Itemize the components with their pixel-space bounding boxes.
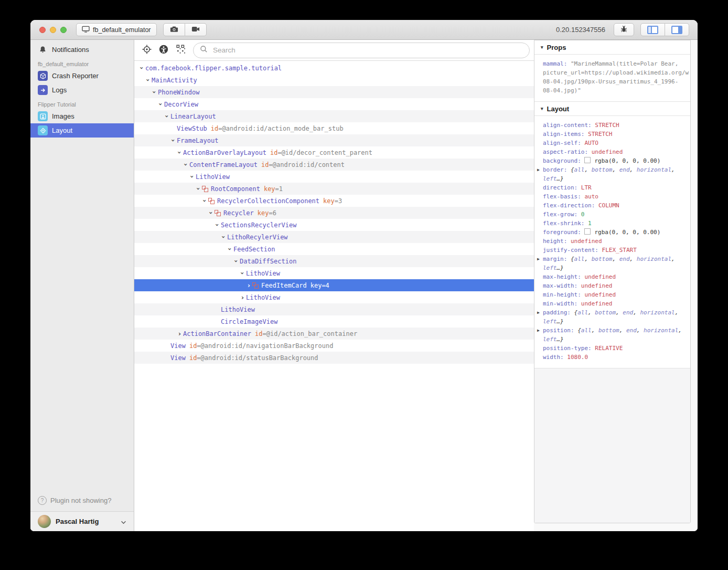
tree-row[interactable]: ›LinearLayout — [134, 110, 534, 122]
prop-row[interactable]: align-items: STRETCH — [534, 130, 690, 139]
prop-row[interactable]: direction: LTR — [534, 183, 690, 192]
prop-row[interactable]: flex-direction: COLUMN — [534, 201, 690, 210]
tree-chevron-icon[interactable]: › — [214, 221, 221, 228]
prop-value: { — [571, 256, 574, 262]
prop-row[interactable]: position-type: RELATIVE — [534, 344, 690, 353]
tree-row[interactable]: ViewStubid=@android:id/action_mode_bar_s… — [134, 122, 534, 134]
sidebar-item-layout[interactable]: Layout — [30, 123, 134, 138]
prop-row[interactable]: height: undefined — [534, 237, 690, 246]
tree-row[interactable]: Viewid=@android:id/statusBarBackground — [134, 352, 534, 364]
prop-object-field: left — [543, 175, 557, 182]
prop-row[interactable]: max-height: undefined — [534, 272, 690, 281]
tree-row[interactable]: ›RecyclerCollectionComponentkey=3 — [134, 195, 534, 207]
device-selector-button[interactable]: fb_default_emulator — [76, 23, 157, 36]
sidebar-item-notifications[interactable]: Notifications — [30, 43, 134, 57]
toggle-left-sidebar-button[interactable] — [640, 23, 665, 36]
tree-row[interactable]: ›LithoView — [134, 291, 534, 303]
tree-row[interactable]: ›Recyclerkey=6 — [134, 207, 534, 219]
prop-row[interactable]: ▶position: {all, bottom, end, horizontal… — [534, 326, 690, 344]
tree-chevron-icon[interactable]: › — [183, 161, 189, 168]
expand-all-button[interactable] — [173, 43, 188, 58]
tree-chevron-icon[interactable]: › — [233, 258, 240, 265]
tree-row[interactable]: ›ContentFrameLayoutid=@android:id/conten… — [134, 159, 534, 171]
tree-row[interactable]: ›com.facebook.flipper.sample.tutorial — [134, 62, 534, 74]
prop-row[interactable]: flex-shrink: 1 — [534, 219, 690, 228]
tree-row[interactable]: ›PhoneWindow — [134, 86, 534, 98]
target-mode-button[interactable] — [140, 43, 154, 58]
tree-row[interactable]: CircleImageView — [134, 315, 534, 328]
expand-object-icon[interactable]: ▶ — [537, 165, 540, 174]
tree-chevron-icon[interactable]: › — [170, 137, 177, 144]
zoom-window-button[interactable] — [60, 27, 67, 33]
prop-row[interactable]: ▶margin: {all, bottom, end, horizontal, … — [534, 255, 690, 272]
tree-row[interactable]: LithoView — [134, 303, 534, 315]
tree-row[interactable]: ›LithoRecylerView — [134, 231, 534, 243]
tree-chevron-icon[interactable]: › — [239, 294, 246, 301]
toggle-right-sidebar-button[interactable] — [665, 23, 689, 36]
accessibility-mode-button[interactable] — [156, 43, 171, 58]
sidebar-item-images[interactable]: Images — [30, 109, 134, 123]
props-section-header[interactable]: ▾ Props — [534, 40, 690, 55]
tree-chevron-icon[interactable]: › — [245, 282, 252, 289]
tree-row[interactable]: ›LithoView — [134, 267, 534, 279]
tree-chevron-icon[interactable]: › — [195, 185, 202, 192]
tree-attr-value: =@android:id/content — [269, 161, 345, 168]
prop-row[interactable]: width: 1080.0 — [534, 353, 690, 362]
tree-row[interactable]: ›SectionsRecyclerView — [134, 219, 534, 231]
tree-row[interactable]: ›LithoView — [134, 171, 534, 183]
tree-chevron-icon[interactable]: › — [176, 149, 183, 156]
user-menu[interactable]: Pascal Hartig — [30, 511, 134, 531]
minimize-window-button[interactable] — [50, 27, 56, 33]
prop-row[interactable]: min-height: undefined — [534, 290, 690, 299]
bug-report-button[interactable] — [614, 23, 634, 36]
layout-section-header[interactable]: ▾ Layout — [534, 102, 690, 116]
tree-chevron-icon[interactable]: › — [208, 209, 215, 216]
prop-row[interactable]: flex-basis: auto — [534, 192, 690, 201]
tree-chevron-icon[interactable]: › — [151, 89, 158, 96]
sidebar-item-crash-reporter[interactable]: Crash Reporter — [30, 69, 134, 83]
prop-row[interactable]: flex-grow: 0 — [534, 210, 690, 219]
tree-chevron-icon[interactable]: › — [138, 65, 145, 71]
search-input[interactable] — [212, 46, 523, 55]
prop-row[interactable]: background: rgba(0, 0, 0, 0.00) — [534, 156, 690, 165]
tree-row[interactable]: ›FrameLayout — [134, 134, 534, 146]
screen-record-button[interactable] — [185, 23, 207, 36]
prop-row[interactable]: aspect-ratio: undefined — [534, 147, 690, 156]
prop-row[interactable]: justify-content: FLEX_START — [534, 246, 690, 255]
prop-row[interactable]: align-self: AUTO — [534, 139, 690, 147]
tree-row[interactable]: ›FeedSection — [134, 243, 534, 255]
tree-row[interactable]: ›DataDiffSection — [134, 255, 534, 267]
tree-row[interactable]: ›RootComponentkey=1 — [134, 183, 534, 195]
expand-object-icon[interactable]: ▶ — [537, 326, 540, 335]
tree-chevron-icon[interactable]: › — [239, 270, 246, 277]
expand-object-icon[interactable]: ▶ — [537, 308, 540, 317]
tree-row[interactable]: ›ActionBarOverlayLayoutid=@id/decor_cont… — [134, 146, 534, 159]
color-swatch[interactable] — [584, 157, 591, 163]
prop-row[interactable]: align-content: STRETCH — [534, 121, 690, 130]
expand-object-icon[interactable]: ▶ — [537, 255, 540, 263]
close-window-button[interactable] — [39, 27, 46, 33]
tree-row[interactable]: ›DecorView — [134, 98, 534, 110]
screenshot-button[interactable] — [163, 23, 185, 36]
tree-row[interactable]: ›FeedItemCardkey=4 — [134, 279, 534, 291]
tree-row[interactable]: ›ActionBarContainerid=@id/action_bar_con… — [134, 328, 534, 340]
prop-row[interactable]: mammal: "MarineMammal(title=Polar Bear, … — [534, 59, 690, 95]
tree-chevron-icon[interactable]: › — [164, 113, 170, 120]
tree-row[interactable]: ›MainActivity — [134, 74, 534, 86]
tree-chevron-icon[interactable]: › — [227, 246, 233, 252]
tree-chevron-icon[interactable]: › — [189, 173, 196, 180]
tree-row[interactable]: Viewid=@android:id/navigationBarBackgrou… — [134, 340, 534, 352]
tree-chevron-icon[interactable]: › — [220, 234, 227, 240]
sidebar-item-logs[interactable]: Logs — [30, 83, 134, 97]
color-swatch[interactable] — [584, 228, 591, 235]
plugin-help-link[interactable]: ? Plugin not showing? — [30, 491, 134, 511]
tree-chevron-icon[interactable]: › — [201, 197, 208, 204]
tree-chevron-icon[interactable]: › — [145, 77, 152, 83]
prop-row[interactable]: foreground: rgba(0, 0, 0, 0.00) — [534, 228, 690, 237]
tree-chevron-icon[interactable]: › — [157, 101, 164, 108]
prop-row[interactable]: min-width: undefined — [534, 299, 690, 308]
prop-row[interactable]: ▶border: {all, bottom, end, horizontal, … — [534, 165, 690, 183]
prop-row[interactable]: ▶padding: {all, bottom, end, horizontal,… — [534, 308, 690, 326]
prop-row[interactable]: max-width: undefined — [534, 281, 690, 290]
tree-chevron-icon[interactable]: › — [176, 330, 183, 337]
